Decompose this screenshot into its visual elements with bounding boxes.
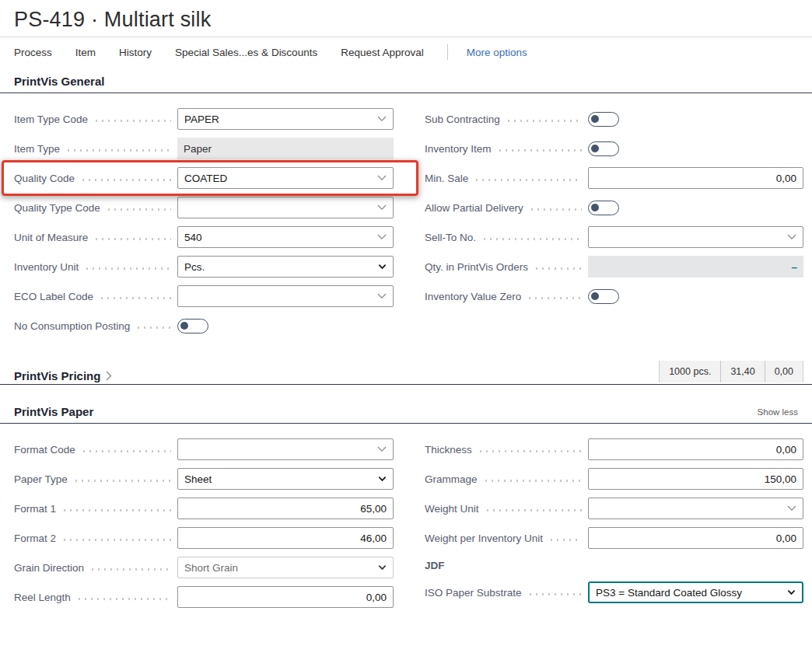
sub-contracting-toggle[interactable] [588,112,619,127]
chevron-down-icon[interactable] [377,446,387,452]
printvis-paper-title[interactable]: PrintVis Paper [14,405,93,418]
format-2-value: 46,00 [184,533,387,544]
grammage-input[interactable]: 150,00 [588,468,803,490]
reel-length-label: Reel Length [14,592,71,603]
dotted-leader [73,480,171,482]
chevron-down-icon[interactable] [787,505,796,512]
field-quality-code: Quality Code COATED [14,163,394,193]
dotted-leader [481,238,582,240]
chevron-down-icon[interactable] [377,116,387,122]
min-sale-value: 0,00 [595,173,796,184]
thickness-label: Thickness [425,444,472,456]
field-inventory-value-zero: Inventory Value Zero [425,281,803,311]
printvis-paper-section: PrintVis Paper Show less Format Code Pap… [0,405,812,612]
paper-type-label: Paper Type [14,473,68,485]
eco-label-code-label: ECO Label Code [14,291,93,302]
dotted-leader [93,238,171,240]
item-type-code-value: PAPER [184,113,373,125]
field-unit-of-measure: Unit of Measure 540 [14,222,394,252]
quality-code-combobox[interactable]: COATED [177,167,394,189]
dotted-leader [81,450,171,452]
field-format-1: Format 1 65,00 [14,494,394,523]
format-1-value: 65,00 [184,503,387,515]
chevron-down-icon[interactable] [787,589,796,595]
toggle-knob [591,292,599,300]
quality-code-value: COATED [184,173,373,184]
pricing-tile-discount[interactable]: 0,00 [765,361,803,382]
item-type-value: Paper [184,143,387,155]
chevron-right-icon[interactable] [106,371,112,381]
format-1-input[interactable]: 65,00 [177,498,394,519]
field-format-code: Format Code [14,435,394,464]
weight-unit-combobox[interactable] [588,498,803,519]
inventory-unit-select[interactable]: Pcs. [177,256,394,278]
chevron-down-icon[interactable] [377,293,387,299]
chevron-down-icon[interactable] [377,234,387,240]
field-grammage: Grammage 150,00 [425,464,803,494]
allow-partial-delivery-toggle[interactable] [588,201,619,215]
printvis-general-title[interactable]: PrintVis General [14,75,104,88]
unit-of-measure-combobox[interactable]: 540 [177,226,394,248]
thickness-input[interactable]: 0,00 [588,438,803,460]
pricing-tile-price[interactable]: 31,40 [720,361,764,382]
dotted-leader [527,593,582,595]
weight-per-inventory-unit-label: Weight per Inventory Unit [425,533,543,544]
action-history[interactable]: History [119,47,152,58]
chevron-down-icon[interactable] [787,234,796,240]
action-request-approval[interactable]: Request Approval [341,47,424,58]
min-sale-input[interactable]: 0,00 [588,167,803,189]
field-sub-contracting: Sub Contracting [425,104,803,134]
field-item-type-code: Item Type Code PAPER [14,104,394,134]
sell-to-no-label: Sell-To No. [425,232,476,243]
quality-type-code-label: Quality Type Code [14,202,100,214]
action-item[interactable]: Item [75,47,96,58]
weight-unit-label: Weight Unit [425,503,479,515]
field-allow-partial-delivery: Allow Partial Delivery [425,193,803,222]
allow-partial-delivery-label: Allow Partial Delivery [425,202,523,214]
item-type-code-label: Item Type Code [14,113,88,125]
chevron-down-icon[interactable] [377,204,387,211]
qty-in-printvis-orders-value[interactable]: – [594,261,797,273]
no-consumption-posting-label: No Consumption Posting [14,320,130,332]
dotted-leader [483,480,582,482]
format-2-input[interactable]: 46,00 [177,527,394,549]
paper-type-select[interactable]: Sheet [177,468,394,490]
inventory-unit-value: Pcs. [184,261,373,273]
chevron-down-icon[interactable] [377,175,387,181]
item-type-code-combobox[interactable]: PAPER [177,108,394,130]
format-code-combobox[interactable] [177,438,394,460]
min-sale-label: Min. Sale [425,173,468,184]
toggle-knob [591,115,599,123]
dotted-leader [61,509,171,512]
printvis-pricing-title[interactable]: PrintVis Pricing [14,369,112,382]
qty-in-printvis-orders-display: – [588,256,803,278]
chevron-down-icon[interactable] [378,264,387,270]
inventory-item-label: Inventory Item [425,143,492,155]
inventory-item-toggle[interactable] [588,141,619,156]
dotted-leader [84,267,171,270]
action-process[interactable]: Process [14,47,52,58]
pricing-tile-quantity[interactable]: 1000 pcs. [660,361,720,382]
action-special-sales-discounts[interactable]: Special Sales...es & Discounts [175,47,317,58]
no-consumption-posting-toggle[interactable] [177,319,208,333]
paper-type-value: Sheet [184,473,373,485]
field-item-type: Item Type Paper [14,134,394,163]
item-type-label: Item Type [14,143,60,155]
grammage-value: 150,00 [595,473,796,485]
inventory-value-zero-toggle[interactable] [588,289,619,304]
show-less-link[interactable]: Show less [758,407,798,417]
eco-label-code-combobox[interactable] [177,285,394,307]
sell-to-no-combobox[interactable] [588,226,803,248]
dotted-leader [65,149,171,152]
dotted-leader [548,539,582,541]
chevron-down-icon [378,564,387,571]
reel-length-input[interactable]: 0,00 [177,586,394,608]
more-options-button[interactable]: More options [467,47,527,58]
chevron-down-icon[interactable] [378,476,387,482]
dotted-leader [474,179,582,181]
iso-paper-substrate-select[interactable]: PS3 = Standard Coated Glossy [588,581,803,603]
field-grain-direction: Grain Direction Short Grain [14,553,394,582]
quality-type-code-combobox[interactable] [177,197,394,218]
thickness-value: 0,00 [595,444,796,456]
weight-per-inventory-unit-input[interactable]: 0,00 [588,527,803,549]
